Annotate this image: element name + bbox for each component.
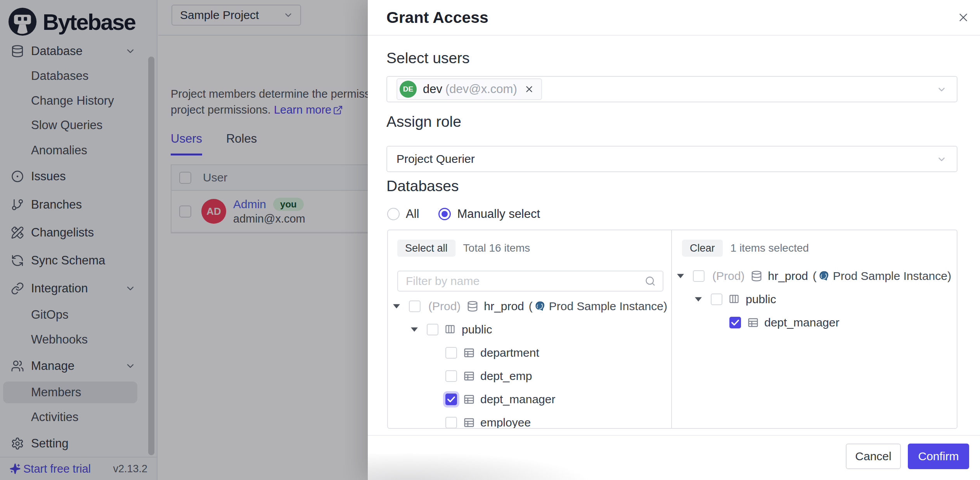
confirm-button[interactable]: Confirm — [908, 444, 969, 469]
drawer-header: Grant Access — [368, 0, 980, 36]
database-scope-radios: All Manually select — [387, 207, 540, 221]
select-users-input[interactable]: DE dev (dev@x.com) — [386, 76, 957, 102]
tree-node-label: department — [480, 346, 539, 359]
checkbox[interactable] — [445, 347, 457, 359]
select-all-button[interactable]: Select all — [397, 240, 455, 257]
tree-node-label: public — [746, 293, 776, 306]
tree-node-label: hr_prod — [484, 300, 524, 313]
source-pane-header: Select all Total 16 items — [397, 240, 663, 257]
assign-role-heading: Assign role — [386, 113, 461, 130]
table-icon — [747, 317, 759, 328]
selected-user-chip: DE dev (dev@x.com) — [397, 78, 542, 100]
close-icon[interactable] — [957, 11, 970, 24]
table-icon — [463, 370, 475, 382]
total-count: Total 16 items — [463, 242, 530, 254]
databases-heading: Databases — [386, 178, 459, 195]
table-icon — [463, 417, 475, 428]
checkbox-checked[interactable] — [445, 394, 457, 405]
drawer-title: Grant Access — [386, 9, 488, 27]
checkbox-checked[interactable] — [729, 317, 741, 328]
checkbox[interactable] — [445, 370, 457, 382]
tree-row-table[interactable]: department — [388, 341, 671, 364]
instance-label: Prod Sample Instance) — [833, 269, 951, 283]
database-icon — [751, 270, 762, 282]
chevron-down-icon — [937, 154, 947, 164]
grant-access-drawer: Grant Access Select users DE dev (dev@x.… — [368, 0, 980, 480]
instance-label: Prod Sample Instance) — [549, 300, 667, 313]
caret-down-icon[interactable] — [675, 271, 686, 281]
checkbox[interactable] — [445, 417, 457, 428]
database-transfer: Select all Total 16 items Filter by name… — [387, 230, 957, 429]
drawer-mask[interactable] — [0, 0, 368, 480]
database-icon — [467, 300, 478, 312]
caret-down-icon[interactable] — [409, 324, 420, 335]
source-tree: (Prod) hr_prod ( Prod Sample Instance) p… — [388, 295, 671, 429]
target-tree: (Prod) hr_prod ( Prod Sample Instance) p… — [672, 264, 957, 334]
checkbox[interactable] — [693, 270, 705, 282]
tree-node-label: public — [462, 323, 492, 336]
filter-input[interactable]: Filter by name — [397, 271, 663, 292]
chip-user-name: dev — [423, 82, 442, 96]
environment-label: (Prod) — [712, 269, 745, 283]
remove-user-icon[interactable] — [524, 84, 534, 94]
cancel-button[interactable]: Cancel — [846, 444, 901, 469]
schema-icon — [729, 294, 740, 305]
table-icon — [463, 394, 475, 405]
tree-node-label: employee — [480, 416, 531, 429]
table-icon — [463, 347, 475, 359]
tree-row-database[interactable]: (Prod) hr_prod ( Prod Sample Instance) — [388, 295, 671, 318]
avatar: DE — [400, 81, 417, 98]
caret-down-icon[interactable] — [391, 301, 402, 312]
instance-paren: ( — [529, 300, 533, 313]
postgresql-icon — [818, 270, 830, 282]
search-icon — [645, 276, 656, 287]
instance-paren: ( — [813, 269, 817, 283]
selected-count: 1 items selected — [731, 242, 809, 254]
tree-node-label: dept_manager — [764, 316, 839, 329]
tree-node-label: dept_emp — [480, 369, 532, 383]
tree-row-schema[interactable]: public — [388, 318, 671, 341]
tree-row-table[interactable]: dept_manager — [672, 311, 957, 334]
radio-all[interactable] — [387, 208, 400, 220]
tree-row-table[interactable]: employee — [388, 411, 671, 429]
tree-node-label: dept_manager — [480, 393, 555, 406]
transfer-target-pane: Clear 1 items selected (Prod) hr_prod ( … — [672, 230, 957, 428]
environment-label: (Prod) — [428, 300, 461, 313]
radio-label: Manually select — [457, 207, 540, 221]
transfer-source-pane: Select all Total 16 items Filter by name… — [388, 230, 672, 428]
select-users-heading: Select users — [386, 50, 470, 67]
caret-down-icon[interactable] — [693, 294, 704, 305]
tree-row-table[interactable]: dept_emp — [388, 364, 671, 388]
tree-node-label: hr_prod — [768, 269, 808, 283]
tree-row-table[interactable]: dept_manager — [388, 388, 671, 411]
footer-shadow — [368, 454, 639, 480]
clear-button[interactable]: Clear — [682, 240, 723, 257]
tree-row-database[interactable]: (Prod) hr_prod ( Prod Sample Instance) — [672, 264, 957, 288]
checkbox[interactable] — [711, 294, 722, 305]
schema-icon — [445, 324, 456, 335]
radio-manually-select[interactable] — [438, 208, 451, 220]
chip-user-email: (dev@x.com) — [445, 82, 517, 96]
tree-row-schema[interactable]: public — [672, 288, 957, 311]
postgresql-icon — [534, 300, 546, 312]
filter-placeholder: Filter by name — [406, 275, 480, 288]
radio-label: All — [406, 207, 419, 221]
role-select-value: Project Querier — [397, 152, 475, 166]
checkbox[interactable] — [427, 324, 438, 335]
checkbox[interactable] — [409, 300, 421, 312]
chevron-down-icon — [937, 85, 947, 95]
role-select[interactable]: Project Querier — [386, 146, 957, 172]
target-pane-header: Clear 1 items selected — [682, 240, 949, 257]
